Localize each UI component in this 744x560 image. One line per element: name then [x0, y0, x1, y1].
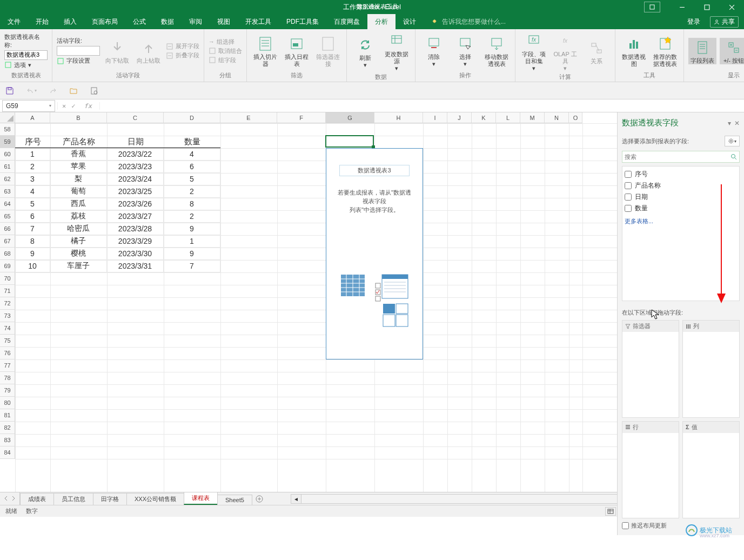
more-tables-link[interactable]: 更多表格... [625, 217, 737, 225]
move-pivot-button[interactable]: 移动数据透视表 [482, 34, 511, 68]
row-header-72[interactable]: 72 [0, 297, 15, 310]
cell[interactable]: 7 [15, 223, 50, 235]
sheet-tab[interactable]: 田字格 [93, 493, 127, 505]
menu-tab-视图[interactable]: 视图 [210, 14, 238, 29]
row-header-84[interactable]: 84 [0, 446, 15, 459]
cell[interactable]: 车厘子 [50, 260, 107, 272]
login-link[interactable]: 登录 [687, 17, 700, 26]
cell[interactable]: 5 [15, 198, 50, 210]
cell[interactable]: 9 [15, 248, 50, 260]
field-item[interactable]: 日期 [625, 191, 737, 203]
row-header-76[interactable]: 76 [0, 347, 15, 359]
change-datasource-button[interactable]: 更改数据源▾ [383, 31, 411, 72]
row-header-77[interactable]: 77 [0, 359, 15, 372]
col-header-A[interactable]: A [15, 112, 50, 123]
menu-tab-开发工具[interactable]: 开发工具 [238, 14, 279, 29]
cell[interactable]: 橘子 [50, 235, 107, 248]
share-button[interactable]: 共享 [710, 16, 739, 28]
menu-tab-分析[interactable]: 分析 [367, 14, 396, 29]
cell[interactable]: 6 [15, 210, 50, 223]
cell[interactable]: 7 [164, 260, 220, 272]
col-header-J[interactable]: J [447, 112, 472, 123]
row-header-79[interactable]: 79 [0, 384, 15, 397]
new-sheet-button[interactable] [252, 492, 267, 505]
cell[interactable]: 2 [15, 161, 50, 173]
sheet-nav-next[interactable] [11, 495, 16, 503]
row-header-71[interactable]: 71 [0, 285, 15, 297]
field-checkbox[interactable] [625, 182, 632, 189]
cell[interactable]: 5 [164, 173, 220, 185]
cell[interactable]: 2 [164, 185, 220, 198]
field-item[interactable]: 数量 [625, 203, 737, 214]
undo-button[interactable]: ▾ [26, 86, 37, 95]
field-list-toggle[interactable]: 字段列表 [688, 38, 716, 64]
cell[interactable]: 2023/3/30 [107, 248, 164, 260]
sheet-tab[interactable]: 课程表 [184, 492, 218, 505]
cell[interactable]: 2023/3/28 [107, 223, 164, 235]
menu-tab-文件[interactable]: 文件 [0, 14, 28, 29]
field-checkbox[interactable] [625, 194, 632, 201]
col-header-M[interactable]: M [520, 112, 545, 123]
clear-button[interactable]: 清除▾ [420, 34, 448, 68]
hscroll-left[interactable]: ◂ [291, 494, 301, 504]
cell[interactable]: 葡萄 [50, 185, 107, 198]
fields-items-sets-button[interactable]: fx字段、项目和集▾ [520, 31, 548, 72]
name-box[interactable]: G59▾ [2, 100, 55, 112]
row-header-83[interactable]: 83 [0, 434, 15, 446]
cancel-icon[interactable]: ✕ [62, 102, 66, 110]
pivot-chart-button[interactable]: 数据透视图 [620, 34, 648, 68]
row-header-60[interactable]: 60 [0, 148, 15, 161]
field-checkbox[interactable] [625, 171, 632, 178]
row-header-61[interactable]: 61 [0, 161, 15, 173]
col-header-K[interactable]: K [472, 112, 496, 123]
col-header-C[interactable]: C [107, 112, 164, 123]
cell[interactable]: 8 [15, 235, 50, 248]
save-button[interactable] [5, 86, 14, 95]
cell[interactable]: 9 [164, 248, 220, 260]
minimize-button[interactable] [669, 0, 694, 14]
cell[interactable]: 樱桃 [50, 248, 107, 260]
cell[interactable]: 2023/3/29 [107, 235, 164, 248]
menu-tab-开始[interactable]: 开始 [28, 14, 56, 29]
area-rows[interactable]: 行 [622, 421, 679, 519]
sheet-tab[interactable]: 员工信息 [53, 493, 93, 505]
cell[interactable]: 梨 [50, 173, 107, 185]
sheet-tab[interactable]: XXX公司销售额 [126, 493, 184, 505]
cell[interactable]: 4 [15, 185, 50, 198]
row-header-58[interactable]: 58 [0, 123, 15, 136]
sheet-nav-prev[interactable] [3, 495, 9, 503]
insert-slicer-button[interactable]: 插入切片器 [251, 34, 279, 68]
cell[interactable]: 2023/3/25 [107, 185, 164, 198]
insert-timeline-button[interactable]: 插入日程表 [283, 34, 311, 68]
open-button[interactable] [69, 86, 78, 95]
pane-dropdown[interactable]: ▾ [728, 119, 731, 127]
fx-icon[interactable]: fx [81, 102, 95, 110]
row-header-66[interactable]: 66 [0, 223, 15, 235]
cell[interactable]: 西瓜 [50, 198, 107, 210]
field-item[interactable]: 产品名称 [625, 180, 737, 191]
row-header-62[interactable]: 62 [0, 173, 15, 185]
col-header-F[interactable]: F [277, 112, 326, 123]
area-filters[interactable]: 筛选器 [622, 320, 679, 418]
menu-tab-审阅[interactable]: 审阅 [182, 14, 210, 29]
active-cell[interactable] [325, 135, 374, 148]
select-button[interactable]: 选择▾ [451, 34, 479, 68]
cell[interactable]: 2023/3/22 [107, 148, 164, 161]
col-header-B[interactable]: B [50, 112, 107, 123]
row-header-70[interactable]: 70 [0, 272, 15, 285]
field-search[interactable] [622, 151, 740, 163]
cell[interactable]: 3 [15, 173, 50, 185]
view-normal[interactable] [605, 507, 616, 516]
field-settings-button[interactable]: 字段设置 [57, 57, 100, 65]
col-header-D[interactable]: D [164, 112, 220, 123]
sheet-tab[interactable]: 成绩表 [20, 493, 54, 505]
table-header[interactable]: 日期 [107, 136, 164, 148]
cell[interactable]: 荔枝 [50, 210, 107, 223]
menu-tab-页面布局[interactable]: 页面布局 [84, 14, 125, 29]
row-header-73[interactable]: 73 [0, 310, 15, 322]
menu-tab-数据[interactable]: 数据 [153, 14, 182, 29]
row-header-81[interactable]: 81 [0, 409, 15, 422]
pivot-options-button[interactable]: 选项▾ [4, 61, 48, 69]
cell[interactable]: 9 [164, 223, 220, 235]
col-header-N[interactable]: N [545, 112, 569, 123]
